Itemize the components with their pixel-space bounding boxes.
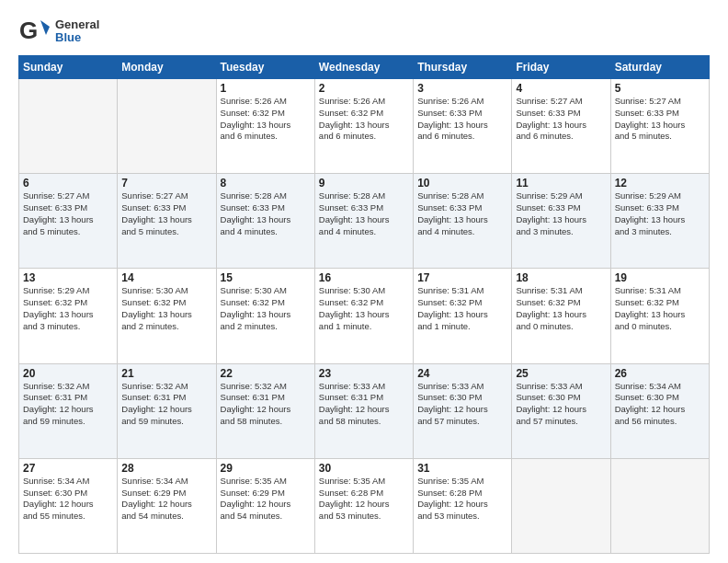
calendar-week-row: 20Sunrise: 5:32 AMSunset: 6:31 PMDayligh… <box>19 363 710 458</box>
day-number: 1 <box>221 82 311 95</box>
calendar-cell: 11Sunrise: 5:29 AMSunset: 6:33 PMDayligh… <box>512 174 610 269</box>
calendar-cell: 25Sunrise: 5:33 AMSunset: 6:30 PMDayligh… <box>512 363 610 458</box>
day-info: Sunrise: 5:28 AMSunset: 6:33 PMDaylight:… <box>319 190 409 237</box>
day-number: 11 <box>516 177 606 190</box>
day-info: Sunrise: 5:26 AMSunset: 6:32 PMDaylight:… <box>221 96 311 143</box>
calendar-cell: 20Sunrise: 5:32 AMSunset: 6:31 PMDayligh… <box>19 363 118 458</box>
calendar-header-tuesday: Tuesday <box>216 56 314 79</box>
day-info: Sunrise: 5:35 AMSunset: 6:29 PMDaylight:… <box>221 476 311 523</box>
calendar-cell: 26Sunrise: 5:34 AMSunset: 6:30 PMDayligh… <box>610 363 709 458</box>
calendar-cell: 28Sunrise: 5:34 AMSunset: 6:29 PMDayligh… <box>118 458 216 553</box>
logo-general: General <box>55 18 99 31</box>
calendar-cell: 6Sunrise: 5:27 AMSunset: 6:33 PMDaylight… <box>19 174 118 269</box>
calendar-cell: 24Sunrise: 5:33 AMSunset: 6:30 PMDayligh… <box>414 363 512 458</box>
day-info: Sunrise: 5:27 AMSunset: 6:33 PMDaylight:… <box>615 96 705 143</box>
day-info: Sunrise: 5:33 AMSunset: 6:30 PMDaylight:… <box>516 381 606 428</box>
day-info: Sunrise: 5:31 AMSunset: 6:32 PMDaylight:… <box>516 285 606 332</box>
day-number: 13 <box>23 271 113 284</box>
calendar-cell: 10Sunrise: 5:28 AMSunset: 6:33 PMDayligh… <box>414 174 512 269</box>
calendar-header-thursday: Thursday <box>414 56 512 79</box>
calendar-cell: 3Sunrise: 5:26 AMSunset: 6:33 PMDaylight… <box>414 79 512 174</box>
calendar-cell: 13Sunrise: 5:29 AMSunset: 6:32 PMDayligh… <box>19 269 118 363</box>
calendar-cell: 4Sunrise: 5:27 AMSunset: 6:33 PMDaylight… <box>512 79 610 174</box>
calendar-cell <box>19 79 118 174</box>
day-info: Sunrise: 5:28 AMSunset: 6:33 PMDaylight:… <box>221 190 311 237</box>
day-info: Sunrise: 5:32 AMSunset: 6:31 PMDaylight:… <box>221 381 311 428</box>
page: G General Blue SundayMondayTuesdayWednes… <box>0 0 728 563</box>
day-number: 18 <box>516 271 606 284</box>
day-number: 17 <box>417 271 507 284</box>
calendar-week-row: 6Sunrise: 5:27 AMSunset: 6:33 PMDaylight… <box>19 174 710 269</box>
calendar-cell: 19Sunrise: 5:31 AMSunset: 6:32 PMDayligh… <box>610 269 709 363</box>
logo-text-block: General Blue <box>55 18 99 45</box>
day-info: Sunrise: 5:29 AMSunset: 6:32 PMDaylight:… <box>23 285 113 332</box>
calendar-week-row: 1Sunrise: 5:26 AMSunset: 6:32 PMDaylight… <box>19 79 710 174</box>
calendar-cell: 15Sunrise: 5:30 AMSunset: 6:32 PMDayligh… <box>216 269 314 363</box>
day-info: Sunrise: 5:27 AMSunset: 6:33 PMDaylight:… <box>516 96 606 143</box>
day-number: 21 <box>121 367 211 380</box>
day-info: Sunrise: 5:31 AMSunset: 6:32 PMDaylight:… <box>615 285 705 332</box>
day-info: Sunrise: 5:35 AMSunset: 6:28 PMDaylight:… <box>319 476 409 523</box>
calendar-cell: 17Sunrise: 5:31 AMSunset: 6:32 PMDayligh… <box>414 269 512 363</box>
calendar-cell: 22Sunrise: 5:32 AMSunset: 6:31 PMDayligh… <box>216 363 314 458</box>
day-info: Sunrise: 5:33 AMSunset: 6:31 PMDaylight:… <box>319 381 409 428</box>
day-info: Sunrise: 5:27 AMSunset: 6:33 PMDaylight:… <box>121 190 211 237</box>
calendar-header-saturday: Saturday <box>610 56 709 79</box>
day-info: Sunrise: 5:32 AMSunset: 6:31 PMDaylight:… <box>23 381 113 428</box>
calendar-cell: 29Sunrise: 5:35 AMSunset: 6:29 PMDayligh… <box>216 458 314 553</box>
day-info: Sunrise: 5:34 AMSunset: 6:30 PMDaylight:… <box>23 476 113 523</box>
calendar-cell: 30Sunrise: 5:35 AMSunset: 6:28 PMDayligh… <box>314 458 413 553</box>
day-number: 9 <box>319 177 409 190</box>
day-info: Sunrise: 5:34 AMSunset: 6:30 PMDaylight:… <box>615 381 705 428</box>
logo: G General Blue <box>18 15 99 48</box>
day-info: Sunrise: 5:35 AMSunset: 6:28 PMDaylight:… <box>417 476 507 523</box>
day-number: 2 <box>319 82 409 95</box>
day-info: Sunrise: 5:26 AMSunset: 6:32 PMDaylight:… <box>319 96 409 143</box>
day-info: Sunrise: 5:32 AMSunset: 6:31 PMDaylight:… <box>121 381 211 428</box>
svg-marker-1 <box>40 20 50 35</box>
day-number: 25 <box>516 367 606 380</box>
day-info: Sunrise: 5:29 AMSunset: 6:33 PMDaylight:… <box>615 190 705 237</box>
day-number: 22 <box>221 367 311 380</box>
calendar-table: SundayMondayTuesdayWednesdayThursdayFrid… <box>18 55 710 554</box>
day-number: 28 <box>121 462 211 475</box>
day-number: 5 <box>615 82 705 95</box>
calendar-cell: 23Sunrise: 5:33 AMSunset: 6:31 PMDayligh… <box>314 363 413 458</box>
day-number: 16 <box>319 271 409 284</box>
calendar-cell: 14Sunrise: 5:30 AMSunset: 6:32 PMDayligh… <box>118 269 216 363</box>
day-number: 24 <box>417 367 507 380</box>
day-info: Sunrise: 5:28 AMSunset: 6:33 PMDaylight:… <box>417 190 507 237</box>
day-number: 10 <box>417 177 507 190</box>
day-number: 15 <box>221 271 311 284</box>
day-number: 29 <box>221 462 311 475</box>
day-number: 6 <box>23 177 113 190</box>
header: G General Blue <box>18 15 710 48</box>
calendar-cell: 12Sunrise: 5:29 AMSunset: 6:33 PMDayligh… <box>610 174 709 269</box>
calendar-cell: 2Sunrise: 5:26 AMSunset: 6:32 PMDaylight… <box>314 79 413 174</box>
day-number: 30 <box>319 462 409 475</box>
calendar-cell: 31Sunrise: 5:35 AMSunset: 6:28 PMDayligh… <box>414 458 512 553</box>
day-number: 26 <box>615 367 705 380</box>
day-info: Sunrise: 5:34 AMSunset: 6:29 PMDaylight:… <box>121 476 211 523</box>
day-number: 19 <box>615 271 705 284</box>
day-number: 31 <box>417 462 507 475</box>
day-number: 7 <box>121 177 211 190</box>
calendar-week-row: 27Sunrise: 5:34 AMSunset: 6:30 PMDayligh… <box>19 458 710 553</box>
calendar-header-sunday: Sunday <box>19 56 118 79</box>
calendar-cell: 21Sunrise: 5:32 AMSunset: 6:31 PMDayligh… <box>118 363 216 458</box>
day-number: 12 <box>615 177 705 190</box>
day-number: 8 <box>221 177 311 190</box>
day-info: Sunrise: 5:30 AMSunset: 6:32 PMDaylight:… <box>221 285 311 332</box>
calendar-cell: 16Sunrise: 5:30 AMSunset: 6:32 PMDayligh… <box>314 269 413 363</box>
day-number: 27 <box>23 462 113 475</box>
calendar-header-monday: Monday <box>118 56 216 79</box>
calendar-cell: 7Sunrise: 5:27 AMSunset: 6:33 PMDaylight… <box>118 174 216 269</box>
calendar-week-row: 13Sunrise: 5:29 AMSunset: 6:32 PMDayligh… <box>19 269 710 363</box>
calendar-cell: 5Sunrise: 5:27 AMSunset: 6:33 PMDaylight… <box>610 79 709 174</box>
day-number: 14 <box>121 271 211 284</box>
calendar-header-friday: Friday <box>512 56 610 79</box>
calendar-cell: 27Sunrise: 5:34 AMSunset: 6:30 PMDayligh… <box>19 458 118 553</box>
calendar-cell: 18Sunrise: 5:31 AMSunset: 6:32 PMDayligh… <box>512 269 610 363</box>
calendar-cell <box>512 458 610 553</box>
day-number: 4 <box>516 82 606 95</box>
